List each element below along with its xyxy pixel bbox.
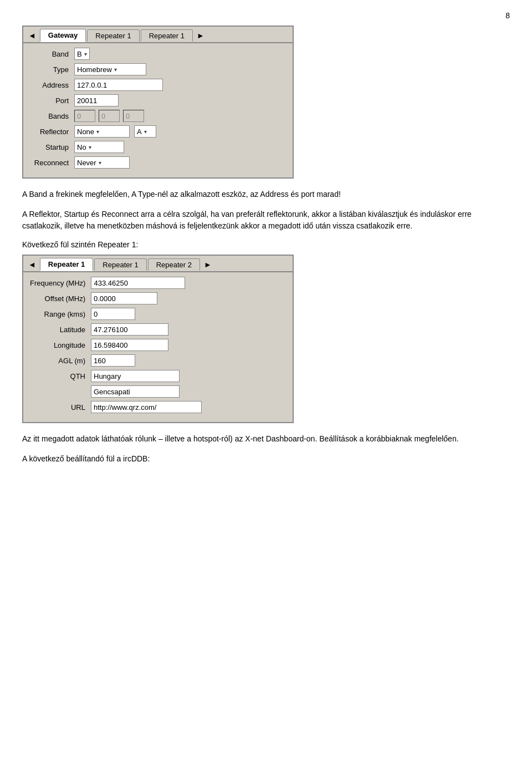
tab-repeater1-active[interactable]: Repeater 1 [40,258,93,271]
url-label: URL [30,403,91,411]
longitude-row: Longitude [30,339,286,351]
address-label: Address [30,81,74,89]
section-label: Következő fül szintén Repeater 1: [22,240,510,249]
paragraph3: Az itt megadott adatok láthatóak rólunk … [22,433,510,445]
tab-left-arrow[interactable]: ◄ [25,30,39,41]
gateway-tabs: ◄ Gateway Repeater 1 Repeater 1 ► [23,27,293,43]
port-label: Port [30,96,74,105]
offset-input[interactable] [91,292,157,304]
type-label: Type [30,65,74,74]
offset-label: Offset (MHz) [30,294,91,303]
longitude-input[interactable] [91,339,168,351]
qth-row2 [30,385,286,398]
reflector-row: Reflector None ▾ A ▾ [30,125,286,138]
range-label: Range (kms) [30,310,91,318]
agl-row: AGL (m) [30,354,286,367]
frequency-input[interactable] [91,277,185,289]
range-input[interactable] [91,308,135,320]
reflector-select[interactable]: None ▾ [74,125,130,138]
tab-gateway[interactable]: Gateway [40,29,86,42]
reconnect-row: Reconnect Never ▾ [30,156,286,169]
reconnect-arrow-icon: ▾ [99,160,101,166]
longitude-label: Longitude [30,341,91,349]
address-row: Address [30,79,286,91]
agl-label: AGL (m) [30,357,91,365]
type-value: Homebrew [77,65,112,74]
startup-label: Startup [30,143,74,151]
band-arrow-icon: ▾ [84,51,87,57]
latitude-row: Latitude [30,323,286,336]
type-row: Type Homebrew ▾ [30,63,286,75]
tab-right-arrow[interactable]: ► [194,30,207,41]
paragraph4: A következő beállítandó fül a ircDDB: [22,453,510,465]
band3-input[interactable] [123,110,144,122]
repeater-tab-left-arrow[interactable]: ◄ [25,259,39,270]
frequency-label: Frequency (MHz) [30,279,91,287]
bands-row: Bands [30,110,286,122]
tab-repeater2[interactable]: Repeater 2 [148,258,200,271]
band1-input[interactable] [74,110,95,122]
repeater-panel: ◄ Repeater 1 Repeater 1 Repeater 2 ► Fre… [22,255,294,423]
reflector-sub-value: A [137,128,142,136]
band-label: Band [30,50,74,58]
startup-row: Startup No ▾ [30,141,286,153]
reflector-sub-arrow-icon: ▾ [144,129,147,135]
bands-label: Bands [30,112,74,120]
repeater-tabs: ◄ Repeater 1 Repeater 1 Repeater 2 ► [23,256,293,272]
qth-input2[interactable] [91,385,180,398]
offset-row: Offset (MHz) [30,292,286,304]
port-input[interactable] [74,94,119,106]
qth-row1: QTH [30,370,286,382]
reflector-label: Reflector [30,128,74,136]
tab-repeater1-a[interactable]: Repeater 1 [87,29,139,42]
latitude-label: Latitude [30,326,91,334]
reflector-selects: None ▾ A ▾ [74,125,156,138]
port-row: Port [30,94,286,106]
band-select[interactable]: B ▾ [74,48,90,60]
qth-input1[interactable] [91,370,180,382]
qth-label: QTH [30,372,91,380]
gateway-panel: ◄ Gateway Repeater 1 Repeater 1 ► Band B… [22,26,294,179]
page-number: 8 [22,11,510,20]
repeater-panel-body: Frequency (MHz) Offset (MHz) Range (kms)… [23,272,293,422]
bands-inputs [74,110,144,122]
address-input[interactable] [74,79,163,91]
repeater-tab-right-arrow[interactable]: ► [201,259,214,270]
reflector-arrow-icon: ▾ [96,129,99,135]
latitude-input[interactable] [91,323,168,336]
url-input[interactable] [91,401,202,413]
url-row: URL [30,401,286,413]
tab-repeater1-b[interactable]: Repeater 1 [141,29,193,42]
band-value: B [77,50,82,58]
reconnect-value: Never [77,159,96,167]
startup-select[interactable]: No ▾ [74,141,124,153]
reflector-value: None [77,128,94,136]
tab-repeater1-second[interactable]: Repeater 1 [94,258,146,271]
band2-input[interactable] [99,110,120,122]
reflector-sub-select[interactable]: A ▾ [134,125,156,138]
band-row: Band B ▾ [30,48,286,60]
startup-value: No [77,143,86,151]
paragraph1: A Band a frekinek megfelelően, A Type-né… [22,189,510,201]
type-arrow-icon: ▾ [114,67,117,73]
type-select[interactable]: Homebrew ▾ [74,63,146,75]
range-row: Range (kms) [30,308,286,320]
startup-arrow-icon: ▾ [89,144,91,150]
frequency-row: Frequency (MHz) [30,277,286,289]
agl-input[interactable] [91,354,135,367]
paragraph2: A Reflektor, Startup és Reconnect arra a… [22,209,510,232]
gateway-panel-body: Band B ▾ Type Homebrew ▾ Address Port [23,43,293,177]
reconnect-select[interactable]: Never ▾ [74,156,130,169]
reconnect-label: Reconnect [30,159,74,167]
